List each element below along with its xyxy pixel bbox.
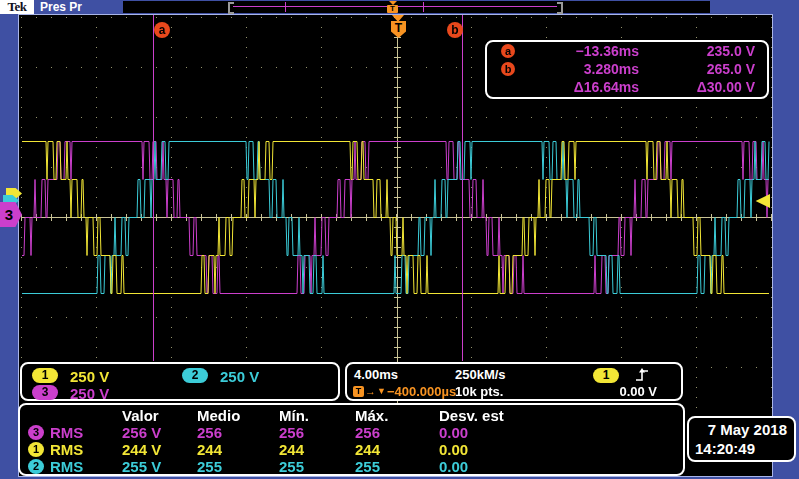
ch3-badge[interactable]: 3 (32, 385, 58, 400)
horizontal-trigger-panel[interactable]: 4.00ms 250kM/s 1 T→▼−400.000µs 10k pts. … (345, 362, 683, 401)
header-valor: Valor (122, 407, 159, 424)
tek-logo: Tek (0, 0, 34, 14)
cursor-a-icon: a (501, 44, 515, 58)
measurement-max: 244 (355, 441, 380, 458)
trigger-source-badge[interactable]: 1 (593, 368, 619, 383)
acquisition-status: Pres Pr (40, 0, 82, 14)
measurement-max: 256 (355, 424, 380, 441)
cursor-b-row: b 3.280ms 265.0 V (487, 60, 767, 78)
measurement-row: 1RMS244 V2442442440.00 (20, 441, 683, 458)
measurement-valor: 256 V (122, 424, 161, 441)
trigger-position-arrow-icon[interactable] (392, 15, 404, 22)
measurement-rows: 3RMS256 V2562562560.001RMS244 V244244244… (20, 424, 683, 475)
measurement-min: 256 (279, 424, 304, 441)
measurement-min: 255 (279, 458, 304, 475)
ch3-scale-value: 250 V (70, 385, 109, 402)
measurement-table: Valor Medio Mín. Máx. Desv. est 3RMS256 … (18, 403, 685, 476)
cursor-delta-value: Δ30.00 V (637, 79, 755, 95)
right-arrow-icon: → (365, 386, 376, 397)
down-triangle-icon: ▼ (377, 386, 386, 397)
trigger-slope-icon (635, 367, 649, 385)
ch2-scale-value: 250 V (220, 368, 259, 385)
record-window-left-bracket[interactable] (228, 2, 234, 14)
header-desv: Desv. est (439, 407, 504, 424)
trigger-record-flag-icon[interactable]: T (387, 1, 398, 13)
measurement-valor: 244 V (122, 441, 161, 458)
measurement-valor: 255 V (122, 458, 161, 475)
cursor-a-record-tick (285, 2, 286, 12)
oscilloscope-screen: { "title_bar": { "logo": "Tek", "status"… (0, 0, 799, 479)
measurement-medio: 244 (197, 441, 222, 458)
header-max: Máx. (355, 407, 388, 424)
sample-rate-value: 250kM/s (455, 367, 506, 382)
header-min: Mín. (279, 407, 309, 424)
measurement-name: RMS (50, 441, 83, 458)
record-view-bar[interactable]: T (123, 1, 710, 13)
measurement-desv: 0.00 (439, 424, 468, 441)
channel-badge: 3 (28, 425, 44, 440)
measurement-desv: 0.00 (439, 441, 468, 458)
cursor-a-value: 235.0 V (637, 43, 755, 59)
time-value: 14:20:49 (695, 440, 755, 457)
ch2-badge[interactable]: 2 (182, 368, 208, 383)
measurement-min: 244 (279, 441, 304, 458)
timebase-value: 4.00ms (354, 367, 398, 382)
measurement-row: 2RMS255 V2552552550.00 (20, 458, 683, 475)
cursor-delta-row: Δ16.64ms Δ30.00 V (487, 78, 767, 96)
measurement-name: RMS (50, 458, 83, 475)
cursor-b-handle[interactable]: b (447, 22, 463, 38)
cursor-readout-panel: a −13.36ms 235.0 V b 3.280ms 265.0 V Δ16… (485, 40, 769, 99)
trigger-delay-value: −400.000µs (387, 384, 456, 399)
trigger-delay-readout: T→▼−400.000µs (353, 384, 456, 399)
measurement-header-row: Valor Medio Mín. Máx. Desv. est (20, 407, 683, 424)
ch3-ground-marker-icon[interactable]: 3 (0, 202, 22, 227)
measurement-medio: 256 (197, 424, 222, 441)
channel-badge: 2 (28, 459, 44, 474)
ch1-scale-value: 250 V (70, 368, 109, 385)
record-window-right-bracket[interactable] (557, 2, 563, 14)
measurement-desv: 0.00 (439, 458, 468, 475)
cursor-b-icon: b (501, 62, 515, 76)
measurement-max: 255 (355, 458, 380, 475)
measurement-name: RMS (50, 424, 83, 441)
ch1-badge[interactable]: 1 (32, 368, 58, 383)
header-medio: Medio (197, 407, 240, 424)
datetime-panel: 7 May 2018 14:20:49 (687, 416, 796, 462)
cursor-delta-time: Δ16.64ms (527, 79, 639, 95)
trigger-level-value: 0.00 V (577, 384, 657, 399)
cursor-a-row: a −13.36ms 235.0 V (487, 42, 767, 60)
title-bar: Tek Pres Pr T (0, 0, 799, 14)
measurement-row: 3RMS256 V2562562560.00 (20, 424, 683, 441)
cursor-a-time: −13.36ms (527, 43, 639, 59)
cursor-a-handle[interactable]: a (154, 22, 170, 38)
trigger-t-icon: T (353, 386, 364, 397)
record-length-value: 10k pts. (455, 384, 503, 399)
measurement-medio: 255 (197, 458, 222, 475)
channel-scale-panel[interactable]: 1 250 V 2 250 V 3 250 V (20, 362, 340, 401)
channel-badge: 1 (28, 442, 44, 457)
cursor-b-value: 265.0 V (637, 61, 755, 77)
cursor-b-time: 3.280ms (527, 61, 639, 77)
channel-ground-markers: 3 (0, 188, 24, 232)
cursor-b-record-tick (423, 2, 424, 12)
date-value: 7 May 2018 (708, 421, 787, 438)
